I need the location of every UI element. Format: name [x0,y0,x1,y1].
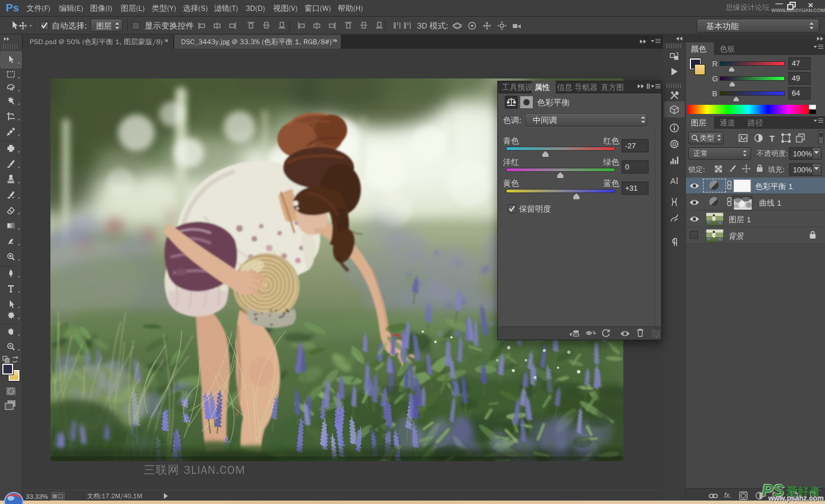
svg-text:T: T [769,133,775,143]
svg-text:A: A [670,176,676,186]
